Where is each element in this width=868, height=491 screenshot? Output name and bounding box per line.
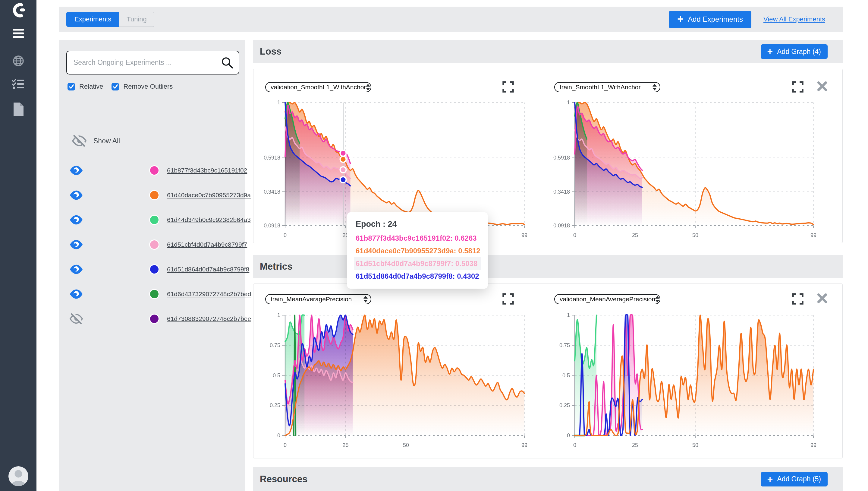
check-icon <box>113 84 119 90</box>
remove-outliers-checkbox[interactable] <box>112 83 119 90</box>
series-color-dot <box>150 215 158 224</box>
loss-train-chart[interactable]: 10.59180.34180.09180255099 <box>552 98 824 241</box>
metric-select-metrics-left[interactable]: train_MeanAveragePrecision <box>265 294 371 304</box>
svg-text:0.5918: 0.5918 <box>553 155 570 161</box>
section-title-metrics: Metrics <box>260 261 293 272</box>
nav-menu-button[interactable] <box>0 28 36 38</box>
relative-checkbox[interactable] <box>67 83 75 90</box>
show-all-button[interactable]: Show All <box>72 135 120 147</box>
check-icon <box>68 84 74 90</box>
nav-tasks-button[interactable] <box>0 79 36 90</box>
filter-row: Relative Remove Outliers <box>67 83 177 90</box>
fullscreen-icon[interactable] <box>791 292 804 306</box>
nav-files-button[interactable] <box>0 102 36 116</box>
tooltip-series-value: 61b877f3d43bc9c165191f02: 0.6263 <box>354 232 481 244</box>
eye-slash-icon <box>72 135 87 147</box>
svg-text:99: 99 <box>521 442 527 448</box>
nav-globe-button[interactable] <box>0 54 36 67</box>
series-color-dot <box>150 265 158 273</box>
experiment-link[interactable]: 61d40dace0c7b90955273d9a <box>167 192 251 199</box>
loss-section-header: Loss + Add Graph (4) <box>253 40 843 63</box>
metric-select-metrics-right[interactable]: validation_MeanAveragePrecision <box>554 294 660 304</box>
svg-text:0.5918: 0.5918 <box>264 155 280 161</box>
experiment-link[interactable]: 61d6d437329072748c2b7bed <box>167 290 251 298</box>
svg-text:25: 25 <box>632 442 638 448</box>
experiment-row: 61d73088329072748c2b7bee <box>59 307 245 331</box>
svg-text:0.3418: 0.3418 <box>264 189 280 195</box>
eye-icon[interactable] <box>69 190 83 200</box>
select-arrows-icon <box>652 84 657 90</box>
fullscreen-icon[interactable] <box>501 80 515 93</box>
eye-icon[interactable] <box>69 239 83 250</box>
eye-slash-icon[interactable] <box>69 313 83 324</box>
experiment-link[interactable]: 61b877f3d43bc9c165191f02 <box>167 167 247 174</box>
svg-text:1: 1 <box>277 312 280 318</box>
series-color-dot <box>150 290 158 298</box>
eye-icon[interactable] <box>69 165 83 176</box>
metric-select-loss-left[interactable]: validation_SmoothL1_WithAnchor <box>265 82 371 92</box>
svg-text:99: 99 <box>521 232 527 238</box>
svg-text:0: 0 <box>573 232 576 238</box>
section-title-loss: Loss <box>260 46 281 57</box>
eye-icon[interactable] <box>69 215 83 225</box>
svg-text:0: 0 <box>284 442 287 448</box>
svg-text:0.25: 0.25 <box>270 402 280 408</box>
select-arrows-icon <box>366 84 370 90</box>
remove-outliers-label: Remove Outliers <box>123 83 173 90</box>
globe-icon <box>12 54 25 67</box>
add-graph-loss-button[interactable]: + Add Graph (4) <box>761 44 828 59</box>
series-color-dot <box>150 240 158 249</box>
experiment-link[interactable]: 61d44d349b0c9c92382b64a3 <box>167 216 251 224</box>
topbar: Experiments Tuning + Add Experiments Vie… <box>59 7 843 32</box>
svg-text:25: 25 <box>632 232 638 238</box>
svg-text:25: 25 <box>342 442 348 448</box>
user-avatar[interactable] <box>0 466 36 487</box>
add-experiments-button[interactable]: + Add Experiments <box>669 11 751 28</box>
svg-text:50: 50 <box>403 442 409 448</box>
experiment-row: 61d51cbf4d0d7a4b9c8799f7 <box>59 232 245 257</box>
add-graph-resources-button[interactable]: + Add Graph (5) <box>761 472 828 487</box>
experiment-row: 61d40dace0c7b90955273d9a <box>59 183 245 207</box>
close-chart-icon[interactable] <box>815 292 829 305</box>
metrics-validation-chart[interactable]: 10.750.50.2500255099 <box>552 310 824 451</box>
hamburger-icon <box>12 28 24 38</box>
app-logo[interactable] <box>0 2 36 18</box>
tooltip-series-value: 61d51cbf4d0d7a4b9c8799f7: 0.5038 <box>354 257 481 270</box>
experiments-panel: Relative Remove Outliers Show All 61b877… <box>59 40 245 491</box>
svg-text:1: 1 <box>567 312 570 318</box>
experiment-link[interactable]: 61d51d864d0d7a4b9c8799f8 <box>167 266 249 273</box>
tab-experiments[interactable]: Experiments <box>66 12 119 27</box>
fullscreen-icon[interactable] <box>791 80 804 93</box>
search-input[interactable] <box>66 51 239 75</box>
tooltip-series-value: 61d51d864d0d7a4b9c8799f8: 0.4302 <box>354 270 481 283</box>
svg-text:50: 50 <box>692 232 698 238</box>
series-color-dot <box>150 166 158 175</box>
svg-text:0.5: 0.5 <box>562 373 570 378</box>
tab-tuning[interactable]: Tuning <box>119 12 154 27</box>
svg-text:0: 0 <box>573 442 576 448</box>
svg-text:1: 1 <box>567 99 570 106</box>
document-icon <box>12 102 24 116</box>
avatar-icon <box>8 466 29 487</box>
eye-icon[interactable] <box>69 289 83 299</box>
fullscreen-icon[interactable] <box>501 292 515 306</box>
tooltip-epoch: Epoch : 24 <box>355 220 479 229</box>
metrics-section-header: Metrics <box>253 255 843 278</box>
select-arrows-icon <box>364 296 368 302</box>
svg-text:99: 99 <box>810 232 816 238</box>
metric-select-loss-right[interactable]: train_SmoothL1_WithAnchor <box>554 82 660 92</box>
experiment-link[interactable]: 61d73088329072748c2b7bee <box>167 315 251 322</box>
experiment-link[interactable]: 61d51cbf4d0d7a4b9c8799f7 <box>167 241 247 248</box>
series-color-dot <box>150 191 158 199</box>
svg-text:0.5: 0.5 <box>273 373 280 378</box>
nav-rail <box>0 0 36 491</box>
metrics-train-chart[interactable]: 10.750.50.2500255099 <box>262 310 535 451</box>
close-chart-icon[interactable] <box>815 80 829 93</box>
eye-icon[interactable] <box>69 264 83 275</box>
svg-text:0.0918: 0.0918 <box>264 223 280 229</box>
svg-text:1: 1 <box>277 99 280 106</box>
select-arrows-icon <box>655 296 659 302</box>
view-all-experiments-link[interactable]: View All Experiments <box>764 16 825 23</box>
svg-text:0: 0 <box>284 232 287 238</box>
checklist-icon <box>12 79 25 90</box>
